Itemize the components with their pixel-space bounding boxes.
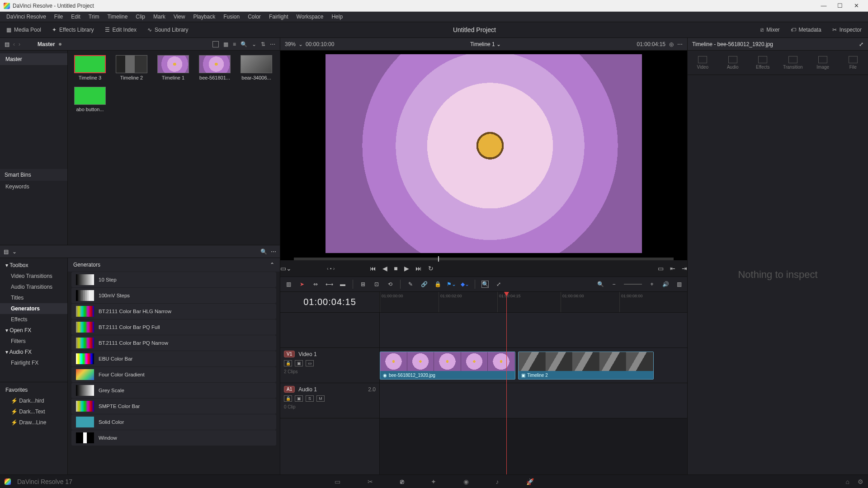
menu-file[interactable]: File: [51, 13, 66, 21]
search-icon[interactable]: 🔍: [241, 41, 247, 47]
more-icon[interactable]: ⋯: [271, 249, 276, 255]
project-settings-icon[interactable]: ⚙: [858, 478, 863, 485]
maximize-button[interactable]: ☐: [832, 0, 848, 12]
chevron-down-icon[interactable]: ⌄: [298, 41, 303, 47]
menu-app[interactable]: DaVinci Resolve: [3, 13, 50, 21]
menu-mark[interactable]: Mark: [150, 13, 169, 21]
audio-track-header[interactable]: A1Audio 12.0 🔒 ▣ S M 0 Clip: [280, 383, 379, 418]
nav-fwd-icon[interactable]: ›: [19, 41, 20, 47]
replace-clip-icon[interactable]: ⟲: [387, 281, 394, 288]
panel-menu-icon[interactable]: ▤: [5, 41, 9, 47]
step-back-button[interactable]: ◀: [382, 265, 387, 272]
insert-clip-icon[interactable]: ⊞: [359, 281, 367, 288]
menu-help[interactable]: Help: [328, 13, 346, 21]
track-dest-icon[interactable]: ▭: [306, 360, 314, 366]
audio-icon[interactable]: 🔊: [662, 281, 669, 288]
strip-view-icon[interactable]: [212, 41, 219, 47]
timeline-playhead[interactable]: [506, 292, 507, 474]
search-timeline-icon[interactable]: 🔍: [481, 281, 489, 288]
last-frame-button[interactable]: ⏭: [415, 265, 422, 272]
razor-icon[interactable]: ✎: [407, 281, 414, 288]
viewer-timeline-name[interactable]: Timeline 1: [470, 41, 495, 47]
page-edit[interactable]: ⎚: [400, 478, 404, 485]
lock-icon[interactable]: 🔒: [434, 281, 441, 288]
chevron-down-icon[interactable]: ⌄: [12, 249, 17, 255]
sound-library-toggle[interactable]: ∿ Sound Library: [145, 26, 191, 34]
cat-audiofx[interactable]: ▾ Audio FX: [0, 347, 67, 357]
clip-thumbnail[interactable]: [116, 55, 147, 73]
home-icon[interactable]: ⌂: [846, 478, 849, 485]
cat-generators[interactable]: Generators: [0, 303, 67, 314]
sort-icon[interactable]: ⇅: [261, 41, 265, 47]
cat-toolbox[interactable]: ▾ Toolbox: [0, 260, 67, 271]
menu-workspace[interactable]: Workspace: [293, 13, 327, 21]
generator-item[interactable]: Solid Color: [71, 414, 276, 430]
page-deliver[interactable]: 🚀: [526, 478, 534, 485]
tab-image[interactable]: Image: [811, 56, 835, 70]
timeline-view-icon[interactable]: ▥: [285, 281, 292, 288]
flag-icon[interactable]: ⚑⌄: [448, 281, 455, 288]
match-frame-icon[interactable]: ▭: [658, 265, 664, 272]
sync-icon[interactable]: ◎: [669, 41, 674, 47]
page-media[interactable]: ▭: [335, 478, 340, 485]
grid-view-icon[interactable]: ▦: [223, 41, 228, 47]
generator-item[interactable]: 100mV Steps: [71, 288, 276, 303]
tab-transition[interactable]: Transition: [781, 56, 805, 70]
lock-icon[interactable]: 🔒: [284, 360, 292, 366]
trim-tool-icon[interactable]: ⇔: [312, 281, 319, 288]
generator-item[interactable]: Four Color Gradient: [71, 367, 276, 382]
smart-bins-header[interactable]: Smart Bins: [0, 169, 67, 181]
clip-thumbnail[interactable]: [199, 55, 231, 73]
timeline-clip[interactable]: ◉bee-5618012_1920.jpg: [380, 352, 515, 380]
clip-thumbnail[interactable]: [74, 55, 106, 73]
timeline-ruler[interactable]: 01:00:00:00 01:00:02:00 01:00:04:15 01:0…: [380, 292, 687, 313]
cat-audio-transitions[interactable]: Audio Transitions: [0, 282, 67, 292]
prev-marker-icon[interactable]: ‹ • ›: [327, 266, 335, 271]
timeline-tracks[interactable]: 01:00:00:00 01:00:02:00 01:00:04:15 01:0…: [380, 292, 687, 474]
minimize-button[interactable]: —: [816, 0, 832, 12]
first-frame-button[interactable]: ⏮: [370, 265, 376, 272]
selection-tool[interactable]: ➤: [298, 281, 306, 288]
empty-lane[interactable]: [380, 313, 687, 348]
blade-tool-icon[interactable]: ▬: [339, 281, 346, 288]
close-button[interactable]: ✕: [848, 0, 864, 12]
clip-thumbnail[interactable]: [157, 55, 189, 73]
cat-effects[interactable]: Effects: [0, 314, 67, 325]
metadata-toggle[interactable]: 🏷 Metadata: [788, 26, 824, 34]
viewer-timecode[interactable]: 01:00:04:15: [637, 41, 665, 47]
media-clip[interactable]: bear-34006...: [239, 55, 274, 80]
viewer-canvas[interactable]: [326, 54, 642, 253]
menu-view[interactable]: View: [170, 13, 189, 21]
page-cut[interactable]: ✂: [368, 478, 373, 485]
play-button[interactable]: ▶: [404, 265, 409, 272]
cat-video-transitions[interactable]: Video Transitions: [0, 271, 67, 282]
zoom-out-icon[interactable]: 🔍: [597, 281, 604, 288]
menu-fusion[interactable]: Fusion: [220, 13, 243, 21]
lock-icon[interactable]: 🔒: [284, 395, 292, 402]
generator-item[interactable]: BT.2111 Color Bar PQ Full: [71, 319, 276, 335]
timeline-clip[interactable]: ▣Timeline 2: [518, 352, 654, 380]
cat-filters[interactable]: Filters: [0, 336, 67, 347]
dynamic-trim-icon[interactable]: ⟷: [326, 281, 333, 288]
menu-clip[interactable]: Clip: [132, 13, 149, 21]
overwrite-clip-icon[interactable]: ⊡: [373, 281, 380, 288]
media-clip[interactable]: Timeline 3: [72, 55, 108, 80]
tab-video[interactable]: Video: [691, 56, 714, 70]
fav-item[interactable]: ⚡ Dark...Text: [0, 406, 67, 417]
auto-select-icon[interactable]: ▣: [295, 395, 303, 402]
generator-item[interactable]: BT.2111 Color Bar HLG Narrow: [71, 304, 276, 319]
fav-item[interactable]: ⚡ Draw...Line: [0, 417, 67, 428]
zoom-value[interactable]: 39%: [285, 41, 296, 47]
media-clip[interactable]: Timeline 2: [114, 55, 149, 80]
media-clip[interactable]: bee-561801...: [197, 55, 232, 80]
timeline-timecode[interactable]: 01:00:04:15: [280, 292, 379, 313]
go-in-icon[interactable]: ⇤: [670, 265, 675, 272]
generator-item[interactable]: 10 Step: [71, 272, 276, 287]
effects-library-toggle[interactable]: ✦ Effects Library: [49, 26, 96, 34]
overlay-menu-icon[interactable]: ▭⌄: [280, 265, 292, 272]
video-track-badge[interactable]: V1: [284, 351, 295, 357]
audio-lane[interactable]: [380, 383, 687, 418]
cat-titles[interactable]: Titles: [0, 292, 67, 303]
tab-effects[interactable]: Effects: [751, 56, 774, 70]
timeline-options-icon[interactable]: ▥: [675, 281, 683, 288]
